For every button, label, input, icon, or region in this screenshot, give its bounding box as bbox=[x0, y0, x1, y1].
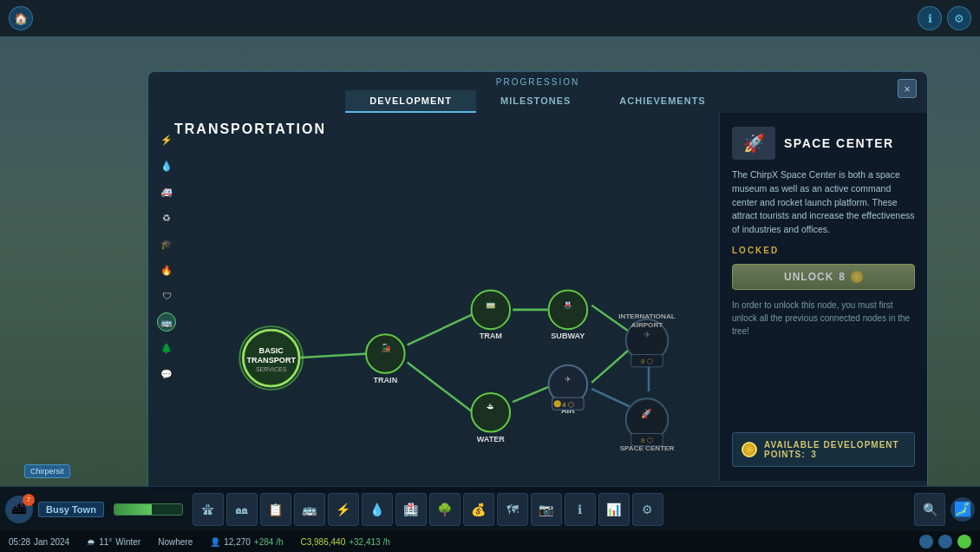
section-title: TRANSPORTATION bbox=[174, 122, 702, 137]
svg-text:TRAIN: TRAIN bbox=[373, 376, 397, 384]
money-value: C3,986,440 bbox=[301, 537, 346, 547]
top-left-icons: 🏠 bbox=[9, 6, 33, 30]
tool-map[interactable]: 🗺 bbox=[497, 493, 528, 526]
tool-economy[interactable]: 💰 bbox=[463, 493, 494, 526]
toolbar-row: 🏙 7 Busy Town 🛣 🏘 📋 🚌 ⚡ 💧 🏥 🌳 💰 🗺 📷 ℹ 📊 … bbox=[0, 486, 980, 531]
panel-tabs: DEVELOPMENT MILESTONES ACHIEVEMENTS bbox=[148, 90, 927, 113]
svg-text:🚂: 🚂 bbox=[381, 343, 391, 353]
svg-text:🚃: 🚃 bbox=[486, 299, 496, 310]
detail-header: 🚀 SPACE CENTER bbox=[732, 127, 915, 160]
tool-info[interactable]: ℹ bbox=[565, 493, 596, 526]
svg-text:4 ⬡: 4 ⬡ bbox=[562, 401, 574, 409]
svg-line-0 bbox=[293, 353, 368, 358]
tree-area: TRANSPORTATION bbox=[148, 113, 719, 481]
status-icon-1 bbox=[919, 535, 933, 549]
minimap-btn[interactable]: 🗾 bbox=[951, 497, 975, 522]
panel-header-title: PROGRESSION bbox=[148, 72, 927, 87]
close-button[interactable]: × bbox=[898, 79, 917, 98]
svg-text:INTERNATIONAL: INTERNATIONAL bbox=[618, 312, 675, 320]
location-value: Nowhere bbox=[158, 537, 193, 547]
tab-achievements[interactable]: ACHIEVEMENTS bbox=[595, 90, 729, 113]
progression-panel: PROGRESSION DEVELOPMENT MILESTONES ACHIE… bbox=[147, 71, 928, 493]
location-badge: Chirpersit bbox=[24, 464, 70, 478]
tab-milestones[interactable]: MILESTONES bbox=[476, 90, 595, 113]
sidebar-icon-fire[interactable]: 🔥 bbox=[157, 260, 176, 279]
population-growth: +284 /h bbox=[254, 537, 284, 547]
sidebar-icon-water[interactable]: 💧 bbox=[157, 156, 176, 175]
city-icon[interactable]: 🏙 7 bbox=[5, 496, 33, 523]
svg-text:🚇: 🚇 bbox=[563, 299, 573, 310]
node-tree-svg: BASIC TRANSPORT SERVICES 🚂 TRAIN 🚃 TRAM … bbox=[148, 156, 719, 481]
cost-gem-icon bbox=[851, 271, 863, 283]
svg-point-25 bbox=[554, 400, 561, 407]
tool-transport[interactable]: 🚌 bbox=[294, 493, 325, 526]
sidebar-icon-education[interactable]: 🎓 bbox=[157, 234, 176, 253]
notification-badge: 7 bbox=[23, 494, 35, 506]
svg-text:BASIC: BASIC bbox=[259, 346, 284, 355]
toolbar-right: 🔍 🗾 bbox=[914, 493, 975, 526]
sidebar-icon-recycle[interactable]: ♻ bbox=[157, 208, 176, 227]
tool-district[interactable]: 📋 bbox=[260, 493, 291, 526]
svg-text:SERVICES: SERVICES bbox=[256, 366, 287, 373]
node-subway bbox=[549, 291, 588, 330]
svg-line-4 bbox=[513, 386, 551, 402]
node-tram bbox=[472, 291, 511, 330]
weather-icon: 🌧 bbox=[87, 537, 95, 547]
time-display: 05:28 Jan 2024 bbox=[9, 537, 69, 547]
sidebar-icons: ⚡ 💧 🚑 ♻ 🎓 🔥 🛡 🚌 🌲 💬 bbox=[154, 122, 179, 493]
svg-text:TRANSPORT: TRANSPORT bbox=[246, 356, 296, 365]
status-icon-3 bbox=[957, 535, 971, 549]
date-value: Jan 2024 bbox=[34, 537, 69, 547]
tab-development[interactable]: DEVELOPMENT bbox=[345, 90, 476, 113]
detail-description: The ChirpX Space Center is both a space … bbox=[732, 168, 915, 237]
settings-button[interactable]: ⚙ bbox=[947, 6, 971, 30]
status-icon-2 bbox=[938, 535, 952, 549]
tool-services[interactable]: 🏥 bbox=[395, 493, 427, 526]
population-value: 12,270 bbox=[224, 537, 251, 547]
svg-line-6 bbox=[591, 349, 630, 382]
tool-electricity[interactable]: ⚡ bbox=[328, 493, 359, 526]
svg-line-1 bbox=[408, 314, 474, 345]
dev-points-bar: AVAILABLE DEVELOPMENT POINTS: 3 bbox=[732, 432, 915, 467]
svg-text:🚀: 🚀 bbox=[641, 408, 652, 419]
locked-status: LOCKED bbox=[732, 246, 915, 255]
tool-camera[interactable]: 📷 bbox=[531, 493, 562, 526]
tool-parks[interactable]: 🌳 bbox=[429, 493, 461, 526]
node-water bbox=[472, 393, 511, 432]
tool-zoom-in[interactable]: 🔍 bbox=[914, 493, 945, 526]
tool-water[interactable]: 💧 bbox=[362, 493, 393, 526]
sidebar-icon-electricity[interactable]: ⚡ bbox=[157, 130, 176, 149]
progress-area bbox=[114, 503, 183, 516]
detail-panel: 🚀 SPACE CENTER The ChirpX Space Center i… bbox=[719, 113, 927, 481]
population-display: 👤 12,270 +284 /h bbox=[210, 537, 283, 547]
status-right-icons bbox=[919, 535, 971, 549]
tool-road[interactable]: 🛣 bbox=[193, 493, 224, 526]
money-display: C3,986,440 +32,413 /h bbox=[301, 537, 390, 547]
city-name: Busy Town bbox=[38, 502, 104, 517]
home-icon-button[interactable]: 🏠 bbox=[9, 6, 33, 30]
detail-title: SPACE CENTER bbox=[784, 136, 894, 150]
sidebar-icon-police[interactable]: 🛡 bbox=[157, 286, 176, 306]
detail-icon: 🚀 bbox=[732, 127, 775, 160]
money-growth: +32,413 /h bbox=[349, 537, 390, 547]
location-display: Nowhere bbox=[158, 537, 193, 547]
svg-text:✈: ✈ bbox=[565, 375, 572, 384]
detail-hint: In order to unlock this node, you must f… bbox=[732, 299, 915, 338]
svg-text:8 ⬡: 8 ⬡ bbox=[641, 437, 653, 444]
top-bar: 🏠 ℹ ⚙ bbox=[0, 0, 980, 36]
sidebar-icon-parks[interactable]: 🌲 bbox=[157, 338, 176, 358]
sidebar-icon-transport[interactable]: 🚌 bbox=[157, 312, 176, 332]
tool-misc[interactable]: ⚙ bbox=[632, 493, 663, 526]
top-right-icons: ℹ ⚙ bbox=[918, 6, 971, 30]
sidebar-icon-health[interactable]: 🚑 bbox=[157, 182, 176, 201]
tool-zone[interactable]: 🏘 bbox=[226, 493, 258, 526]
dev-gem-icon bbox=[742, 442, 757, 457]
sidebar-icon-comm[interactable]: 💬 bbox=[157, 365, 176, 384]
svg-text:✈: ✈ bbox=[644, 330, 650, 339]
tool-stats[interactable]: 📊 bbox=[598, 493, 630, 526]
svg-line-2 bbox=[408, 363, 474, 413]
unlock-button[interactable]: UNLOCK 8 bbox=[732, 264, 915, 290]
weather-display: 🌧 11° Winter bbox=[87, 537, 140, 547]
progress-bar bbox=[114, 503, 183, 516]
info-button[interactable]: ℹ bbox=[918, 6, 942, 30]
